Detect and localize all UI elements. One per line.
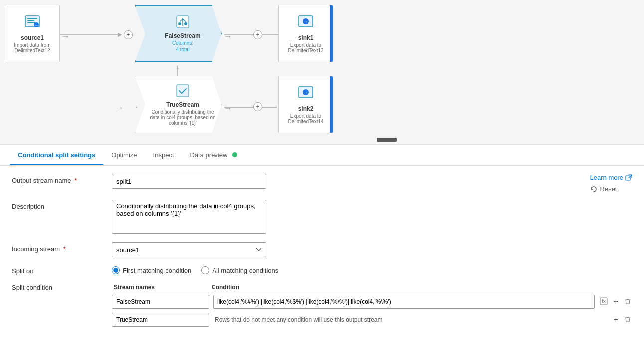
true-stream-note: Rows that do not meet any condition will… bbox=[213, 316, 609, 323]
sink1-bar bbox=[330, 5, 333, 62]
split-columns-value: 4 total bbox=[176, 47, 189, 52]
split-title: FalseStream bbox=[165, 32, 200, 39]
false-stream-condition-input[interactable] bbox=[213, 295, 595, 309]
minimize-bar[interactable] bbox=[377, 138, 397, 142]
condition-header: Condition bbox=[212, 284, 632, 291]
source-node[interactable]: → source1 Import data from DelimitedText… bbox=[5, 5, 60, 62]
svg-text:→: → bbox=[34, 23, 38, 28]
truestream-node[interactable]: TrueStream Conditionally distributing th… bbox=[135, 76, 222, 133]
required-star-incoming: * bbox=[63, 245, 66, 253]
arrow-down: ↓ bbox=[176, 62, 180, 71]
true-stream-name-input[interactable] bbox=[112, 313, 209, 327]
output-stream-input[interactable] bbox=[112, 174, 266, 189]
split-condition-label: Split condition bbox=[12, 282, 112, 291]
source-icon: → bbox=[24, 14, 40, 31]
description-textarea[interactable]: Conditionally distributing the data in c… bbox=[112, 200, 266, 234]
split-on-radio-group: First matching condition All matching co… bbox=[112, 264, 632, 274]
split-condition-row: Split condition Stream names Condition f… bbox=[12, 282, 632, 331]
tab-settings[interactable]: Conditional split settings bbox=[10, 146, 103, 165]
sink2-title: sink2 bbox=[298, 105, 314, 112]
truestream-subtitle: Conditionally distributing the data in c… bbox=[148, 109, 217, 126]
svg-rect-9 bbox=[27, 22, 35, 23]
arrow-true-sink2: → bbox=[223, 103, 232, 114]
sink2-icon: → bbox=[298, 85, 314, 102]
external-link-icon bbox=[625, 174, 632, 181]
incoming-stream-label: Incoming stream * bbox=[12, 242, 112, 253]
radio-first-matching-input[interactable] bbox=[112, 266, 120, 274]
split-node[interactable]: FalseStream Columns: 4 total bbox=[135, 5, 222, 62]
description-row: Description Conditionally distributing t… bbox=[12, 200, 632, 235]
svg-rect-7 bbox=[27, 18, 37, 19]
split-table-header: Stream names Condition bbox=[112, 284, 632, 291]
svg-text:fx: fx bbox=[602, 299, 606, 304]
sink1-subtitle: Export data to DelimitedText13 bbox=[283, 42, 329, 53]
svg-point-13 bbox=[178, 22, 181, 25]
svg-text:→: → bbox=[303, 90, 308, 95]
right-actions: Learn more Reset bbox=[590, 174, 632, 193]
output-stream-control bbox=[112, 174, 580, 189]
svg-rect-18 bbox=[177, 85, 189, 97]
description-label: Description bbox=[12, 200, 112, 210]
sink2-node[interactable]: → sink2 Export data to DelimitedText14 bbox=[278, 76, 333, 133]
svg-text:→: → bbox=[303, 19, 308, 24]
trash-icon-false bbox=[624, 298, 631, 305]
false-stream-row: fx + bbox=[112, 295, 632, 309]
add-false-btn[interactable]: + bbox=[613, 297, 619, 307]
incoming-stream-control: source1 bbox=[112, 242, 632, 257]
radio-all-matching[interactable]: All matching conditions bbox=[201, 266, 278, 274]
expression-icon: fx bbox=[600, 297, 608, 305]
plus-btn-before-sink2[interactable]: + bbox=[253, 102, 262, 111]
incoming-stream-select[interactable]: source1 bbox=[112, 242, 266, 257]
svg-rect-8 bbox=[27, 20, 34, 21]
sink1-title: sink1 bbox=[298, 34, 314, 41]
plus-btn-before-split[interactable]: + bbox=[124, 30, 133, 39]
output-stream-row: Output stream name * Learn more bbox=[12, 174, 632, 193]
svg-point-14 bbox=[184, 22, 187, 25]
split-columns-label: Columns: bbox=[172, 40, 193, 46]
incoming-stream-row: Incoming stream * source1 bbox=[12, 242, 632, 257]
learn-more-button[interactable]: Learn more bbox=[590, 174, 632, 181]
reset-button[interactable]: Reset bbox=[590, 185, 632, 193]
arrow-to-true: → bbox=[115, 103, 124, 113]
tab-inspect[interactable]: Inspect bbox=[145, 146, 182, 165]
sink2-bar bbox=[330, 76, 333, 133]
tab-preview[interactable]: Data preview bbox=[182, 146, 246, 165]
tab-optimize[interactable]: Optimize bbox=[103, 146, 145, 165]
reset-icon bbox=[590, 186, 597, 193]
truestream-title: TrueStream bbox=[166, 101, 199, 108]
false-stream-name-input[interactable] bbox=[112, 295, 209, 309]
split-condition-section: Stream names Condition fx + bbox=[112, 284, 632, 331]
truestream-icon bbox=[176, 84, 190, 99]
split-on-label: Split on bbox=[12, 264, 112, 275]
source-title: source1 bbox=[21, 34, 44, 41]
trash-icon-true bbox=[624, 316, 631, 323]
radio-first-matching[interactable]: First matching condition bbox=[112, 266, 191, 274]
description-control: Conditionally distributing the data in c… bbox=[112, 200, 632, 235]
add-true-btn[interactable]: + bbox=[613, 315, 619, 325]
data-preview-dot bbox=[232, 152, 237, 157]
split-on-row: Split on First matching condition All ma… bbox=[12, 264, 632, 275]
bottom-panel: Conditional split settings Optimize Insp… bbox=[0, 145, 644, 357]
split-on-control: First matching condition All matching co… bbox=[112, 264, 632, 274]
expression-btn-false[interactable]: fx bbox=[599, 296, 609, 308]
source-subtitle: Import data from DelimitedText12 bbox=[9, 42, 55, 53]
svg-rect-22 bbox=[626, 176, 630, 180]
sink2-subtitle: Export data to DelimitedText14 bbox=[283, 113, 329, 124]
plus-btn-before-sink1[interactable]: + bbox=[253, 30, 262, 39]
form-area: Output stream name * Learn more bbox=[0, 166, 644, 357]
arrow-split-sink1: → bbox=[223, 31, 232, 42]
required-star-output: * bbox=[74, 177, 77, 184]
canvas-area: → source1 Import data from DelimitedText… bbox=[0, 0, 644, 145]
arrow-source-split: → bbox=[61, 31, 70, 42]
sink1-node[interactable]: → sink1 Export data to DelimitedText13 bbox=[278, 5, 333, 62]
true-stream-row: Rows that do not meet any condition will… bbox=[112, 313, 632, 327]
stream-names-header: Stream names bbox=[112, 284, 212, 291]
tabs-bar: Conditional split settings Optimize Insp… bbox=[0, 145, 644, 166]
delete-true-btn[interactable] bbox=[623, 315, 632, 325]
sink1-icon: → bbox=[298, 14, 314, 31]
radio-all-matching-input[interactable] bbox=[201, 266, 209, 274]
flow-container: → source1 Import data from DelimitedText… bbox=[0, 0, 644, 144]
output-stream-label: Output stream name * bbox=[12, 174, 112, 184]
delete-false-btn[interactable] bbox=[623, 297, 632, 307]
split-icon bbox=[176, 15, 190, 30]
